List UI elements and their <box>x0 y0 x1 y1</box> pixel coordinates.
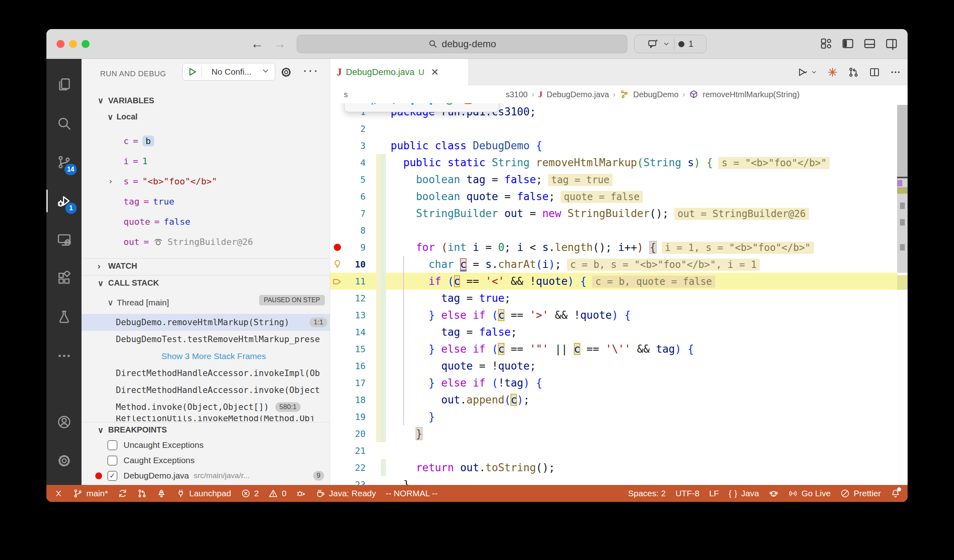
code-line-23[interactable]: 23 } <box>330 476 908 485</box>
stack-frame-row[interactable]: DebugDemoTest.testRemoveHtmlMarkup_prese <box>82 331 330 348</box>
toggle-panel-icon[interactable] <box>863 37 876 50</box>
status-item-bell[interactable] <box>891 489 900 498</box>
expand-icon[interactable]: › <box>108 176 113 186</box>
stack-frame-row[interactable]: ReflectionUtils.invokeMethod(Method,Obj <box>82 416 330 421</box>
split-editor-icon[interactable] <box>869 67 880 78</box>
line-number[interactable]: 15 <box>345 344 366 354</box>
line-number[interactable]: 22 <box>345 463 366 473</box>
code-line-8[interactable]: 8 <box>330 222 908 239</box>
breakpoint-checkbox[interactable] <box>107 440 117 450</box>
code-line-2[interactable]: 2 <box>330 120 908 137</box>
variable-row-tag[interactable]: tag=true <box>82 191 330 211</box>
line-number[interactable]: 14 <box>345 327 366 337</box>
editor-more-actions-icon[interactable] <box>890 67 901 78</box>
line-number[interactable]: 5 <box>345 175 366 185</box>
breakpoint-icon[interactable] <box>330 244 345 251</box>
line-number[interactable]: 7 <box>345 209 366 219</box>
code-line-11[interactable]: 11 if (c == '<' && !quote) {c = b, quote… <box>330 273 908 290</box>
forward-button[interactable]: → <box>271 35 289 52</box>
toolbar-drag-handle[interactable] <box>354 103 363 104</box>
status-item-2[interactable]: 2 <box>241 489 259 498</box>
breadcrumb-item[interactable]: DebugDemo.java <box>547 90 609 99</box>
line-number[interactable]: 8 <box>345 226 366 236</box>
status-item-java-ready[interactable]: Java: Ready <box>316 489 376 498</box>
stepinto-button[interactable] <box>406 103 418 106</box>
breakpoint-checkbox[interactable] <box>107 456 117 466</box>
debug-config-picker[interactable]: No Confi... <box>182 63 275 81</box>
line-number[interactable]: 20 <box>345 429 366 439</box>
breakpoint-row[interactable]: ✓DebugDemo.javasrc/main/java/r...9 <box>82 468 330 483</box>
stack-frame-row[interactable]: DirectMethodHandleAccessor.invokeImpl(Ob <box>82 365 330 382</box>
line-number[interactable]: 2 <box>345 124 366 134</box>
current-step-arrow-icon[interactable] <box>330 276 345 287</box>
code-line-7[interactable]: 7 StringBuilder out = new StringBuilder(… <box>330 205 908 222</box>
code-line-6[interactable]: 6 boolean quote = false;quote = false <box>330 188 908 205</box>
status-item-spaces-2[interactable]: Spaces: 2 <box>628 489 665 498</box>
status-item-0[interactable]: 0 <box>268 489 287 498</box>
stack-frame-row[interactable]: DirectMethodHandleAccessor.invoke(Object <box>82 382 330 399</box>
lightbulb-icon[interactable] <box>330 259 345 270</box>
activity-item-files[interactable] <box>46 65 82 104</box>
code-line-17[interactable]: 17 } else if (!tag) { <box>330 374 908 391</box>
breadcrumb[interactable]: s s3100›JDebugDemo.java›DebugDemo›remove… <box>330 86 908 103</box>
line-number[interactable]: 10 <box>345 259 366 270</box>
debug-settings-gear-icon[interactable] <box>280 66 292 80</box>
variable-row-c[interactable]: c=b <box>82 131 330 151</box>
command-center-search[interactable]: debug-demo <box>297 35 628 53</box>
status-item-sync[interactable] <box>118 489 128 498</box>
line-number[interactable]: 16 <box>345 361 366 371</box>
stepout-button[interactable] <box>425 103 437 106</box>
line-number[interactable]: 18 <box>345 395 366 405</box>
code-line-4[interactable]: 4 public static String removeHtmlMarkup(… <box>330 154 908 171</box>
code-editor[interactable]: 1package run.pd1.cs3100;23public class D… <box>330 103 908 485</box>
customize-layout-icon[interactable] <box>820 37 833 50</box>
line-number[interactable]: 13 <box>345 310 366 320</box>
code-line-10[interactable]: 10 char c = s.charAt(i);c = b, s = "<b>"… <box>330 256 908 273</box>
code-line-14[interactable]: 14 tag = false; <box>330 324 908 341</box>
restart-button[interactable] <box>444 103 456 106</box>
stack-frame-row[interactable]: DebugDemo.removeHtmlMarkup(String)1:1 <box>82 314 330 331</box>
breadcrumb-item[interactable]: DebugDemo <box>633 90 678 99</box>
code-line-18[interactable]: 18 out.append(c); <box>330 391 908 408</box>
activity-item-gear[interactable] <box>46 441 82 480</box>
line-number[interactable]: 23 <box>345 480 366 485</box>
scrollbar-slider[interactable] <box>897 105 908 177</box>
toggle-primary-sidebar-icon[interactable] <box>841 37 854 50</box>
zoom-window-button[interactable] <box>82 40 90 48</box>
variable-row-s[interactable]: ›s="<b>"foo"</b>" <box>82 171 330 191</box>
code-line-19[interactable]: 19 } <box>330 408 908 425</box>
variables-section-header[interactable]: ∨VARIABLES <box>82 93 330 108</box>
status-item-remotestatus[interactable] <box>54 489 63 498</box>
code-line-3[interactable]: 3public class DebugDemo { <box>330 137 908 154</box>
status-item-monkey[interactable] <box>769 489 778 498</box>
code-line-22[interactable]: 22 return out.toString(); <box>330 459 908 476</box>
activity-item-more[interactable] <box>46 336 82 375</box>
line-number[interactable]: 4 <box>345 158 366 168</box>
status-item-lf[interactable]: LF <box>709 489 719 498</box>
scope-local[interactable]: ∨Local <box>107 112 138 122</box>
activity-item-beaker[interactable] <box>46 298 82 336</box>
compare-changes-icon[interactable] <box>848 67 859 78</box>
variable-row-i[interactable]: i=1 <box>82 151 330 171</box>
continue-button[interactable] <box>369 103 381 106</box>
code-line-15[interactable]: 15 } else if (c == '"' || c == '\'' && t… <box>330 341 908 357</box>
activity-item-remote[interactable] <box>46 220 82 259</box>
chevron-button[interactable] <box>481 103 490 104</box>
line-number[interactable]: 3 <box>345 141 366 151</box>
status-item-prettier[interactable]: Prettier <box>840 489 881 498</box>
stack-frame-row[interactable]: Method.invoke(Object,Object[])580:1 <box>82 399 330 416</box>
show-more-stack-frames-link[interactable]: Show 3 More Stack Frames <box>82 348 330 365</box>
line-number[interactable]: 17 <box>345 378 366 388</box>
line-number[interactable]: 6 <box>345 192 366 202</box>
run-java-icon[interactable] <box>796 67 808 78</box>
line-number[interactable]: 9 <box>345 242 366 253</box>
line-number[interactable]: 11 <box>345 276 366 286</box>
status-item-main[interactable]: main* <box>73 489 108 498</box>
close-window-button[interactable] <box>56 40 65 48</box>
breakpoint-row[interactable]: Uncaught Exceptions <box>82 437 330 453</box>
status-item-java[interactable]: { }Java <box>729 489 759 498</box>
minimize-window-button[interactable] <box>69 40 77 48</box>
status-item-go-live[interactable]: Go Live <box>788 489 831 498</box>
status-item-bugplay[interactable] <box>296 489 306 498</box>
call-stack-section-header[interactable]: ∨CALL STACK <box>82 275 330 290</box>
